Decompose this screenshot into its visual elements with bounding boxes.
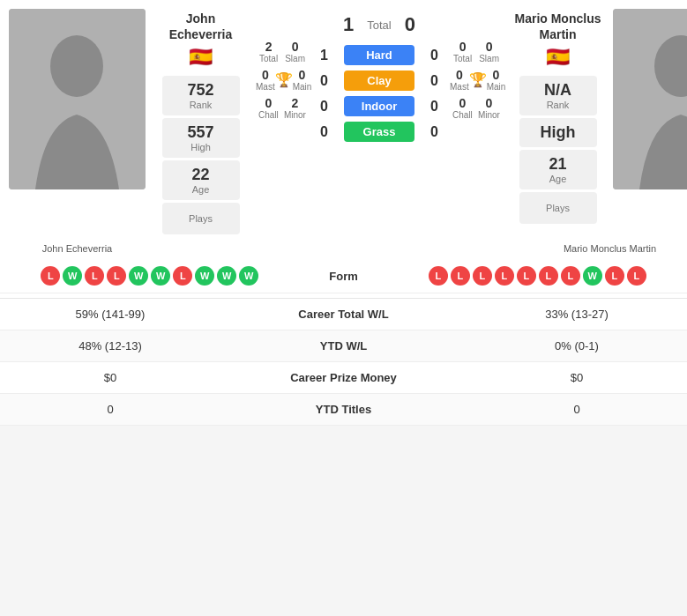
stat-right-2: $0 <box>480 371 674 384</box>
left-minor-lbl: Minor <box>284 110 306 120</box>
left-age-block: 22 Age <box>162 160 240 200</box>
compare-top: John Echeverria 🇪🇸 752 Rank 557 High 22 … <box>0 0 687 243</box>
left-minor-val: 2 <box>284 96 306 110</box>
left-main-lbl: Main <box>293 82 312 92</box>
right-rank-block: N/A Rank <box>519 76 597 115</box>
right-main-lbl: Main <box>487 82 506 92</box>
form-badge-l: L <box>627 266 646 286</box>
stat-row-3: 0 YTD Titles 0 <box>0 394 687 426</box>
form-label: Form <box>291 270 397 283</box>
left-mast-lbl: Mast <box>256 82 275 92</box>
left-high-block: 557 High <box>162 118 240 158</box>
form-section: LWLLWWLWWW Form LLLLLLLWLL <box>0 259 687 293</box>
stat-label-2: Career Prize Money <box>207 371 480 384</box>
left-player-flag: 🇪🇸 <box>189 46 213 69</box>
form-badge-w: W <box>63 266 82 286</box>
form-badge-l: L <box>85 266 104 286</box>
right-rank-label: Rank <box>530 100 586 110</box>
left-main-val: 0 <box>293 68 312 82</box>
form-badge-l: L <box>605 266 624 286</box>
right-player-label-below: Mario Monclus Martin <box>541 243 678 254</box>
form-badge-l: L <box>451 266 470 286</box>
right-trophy-icon: 🏆 <box>469 71 487 88</box>
left-plays-block: Plays <box>162 203 240 234</box>
left-rank-block: 752 Rank <box>162 76 240 115</box>
right-minor-val: 0 <box>478 96 500 110</box>
form-badge-w: W <box>151 266 170 286</box>
right-high-block: High <box>519 118 597 147</box>
left-high-label: High <box>173 142 229 152</box>
stat-label-3: YTD Titles <box>207 403 480 416</box>
hard-right: 0 <box>423 48 445 63</box>
total-right: 0 <box>405 13 415 36</box>
left-rank-label: Rank <box>173 100 229 110</box>
clay-left: 0 <box>313 73 335 89</box>
clay-row: 0 Clay 0 <box>313 71 445 91</box>
right-slam-lbl: Slam <box>479 54 499 63</box>
right-plays-label: Plays <box>530 203 586 213</box>
left-slam-lbl: Slam <box>285 54 305 63</box>
form-badge-l: L <box>539 266 558 286</box>
left-player-photo <box>9 9 146 189</box>
grass-left: 0 <box>313 124 335 140</box>
right-mast-lbl: Mast <box>450 82 469 92</box>
indoor-row: 0 Indoor 0 <box>313 96 445 116</box>
clay-badge: Clay <box>344 71 414 91</box>
right-total-lbl: Total <box>453 54 472 63</box>
left-age-label: Age <box>173 184 229 195</box>
indoor-left: 0 <box>313 99 335 115</box>
form-badge-w: W <box>129 266 148 286</box>
right-age-value: 21 <box>530 155 586 174</box>
left-chall-lbl: Chall <box>258 110 279 120</box>
left-chall-val: 0 <box>258 96 279 110</box>
form-badge-l: L <box>173 266 192 286</box>
stat-row-2: $0 Career Prize Money $0 <box>0 362 687 394</box>
form-badge-w: W <box>195 266 214 286</box>
indoor-badge: Indoor <box>344 96 414 116</box>
form-badge-l: L <box>561 266 580 286</box>
form-badge-l: L <box>107 266 126 286</box>
right-high-value: High <box>530 123 586 142</box>
stat-label-1: YTD W/L <box>207 339 480 353</box>
stat-row-1: 48% (12-13) YTD W/L 0% (0-1) <box>0 330 687 362</box>
form-badge-w: W <box>217 266 236 286</box>
grass-right: 0 <box>423 124 445 140</box>
left-player-label-below: John Echeverria <box>9 243 146 254</box>
left-player-name: John Echeverria <box>169 11 233 42</box>
right-player-name: Mario Monclus Martin <box>514 11 601 42</box>
stat-right-1: 0% (0-1) <box>480 339 674 353</box>
main-wrapper: John Echeverria 🇪🇸 752 Rank 557 High 22 … <box>0 0 687 426</box>
form-badge-w: W <box>583 266 602 286</box>
bottom-stats: 59% (141-99) Career Total W/L 33% (13-27… <box>0 298 687 426</box>
svg-point-1 <box>50 35 103 97</box>
left-high-value: 557 <box>173 123 229 142</box>
hard-badge: Hard <box>344 45 414 65</box>
stat-label-0: Career Total W/L <box>207 308 480 321</box>
form-badge-l: L <box>41 266 60 286</box>
stat-left-0: 59% (141-99) <box>13 308 207 321</box>
left-plays-label: Plays <box>173 213 229 224</box>
left-rank-value: 752 <box>173 81 229 100</box>
right-mast-val: 0 <box>450 68 469 82</box>
grass-badge: Grass <box>344 122 414 142</box>
stat-left-2: $0 <box>13 371 207 384</box>
right-slam-val: 0 <box>479 40 499 54</box>
total-left: 1 <box>343 13 354 36</box>
form-badge-l: L <box>517 266 536 286</box>
form-badge-l: L <box>473 266 492 286</box>
right-form-badges: LLLLLLLWLL <box>397 266 679 286</box>
left-trophy-icon: 🏆 <box>275 71 293 88</box>
right-age-label: Age <box>530 174 586 184</box>
total-row: 1 Total 0 <box>343 13 415 36</box>
right-chall-val: 0 <box>452 96 473 110</box>
left-total-val: 2 <box>259 40 278 54</box>
right-plays-block: Plays <box>519 192 597 224</box>
left-total-lbl: Total <box>259 54 278 63</box>
hard-left: 1 <box>313 48 335 63</box>
left-age-value: 22 <box>173 166 229 184</box>
stat-row-0: 59% (141-99) Career Total W/L 33% (13-27… <box>0 299 687 330</box>
form-badge-l: L <box>429 266 448 286</box>
form-badge-w: W <box>239 266 258 286</box>
hard-row: 1 Hard 0 <box>313 45 445 65</box>
right-player-flag: 🇪🇸 <box>546 46 570 69</box>
